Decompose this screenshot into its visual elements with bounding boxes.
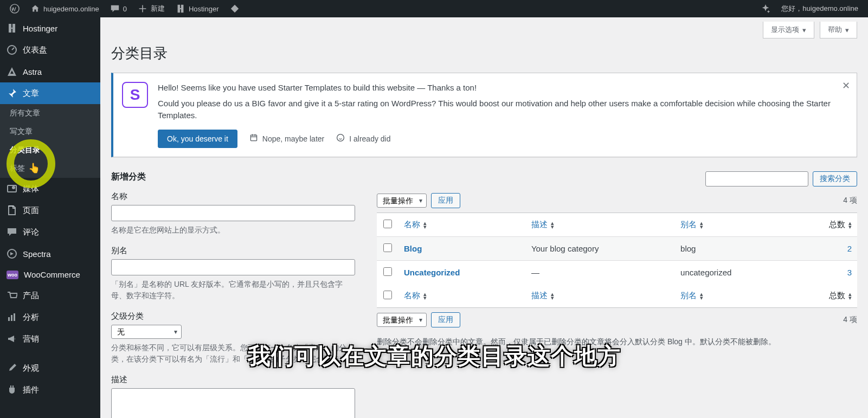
starter-templates-logo: S — [122, 82, 148, 108]
search-categories-button[interactable]: 搜索分类 — [813, 171, 857, 187]
sort-icon: ▴▾ — [848, 292, 852, 299]
apply-button-bottom[interactable]: 应用 — [431, 312, 460, 327]
desc-textarea[interactable] — [111, 388, 355, 419]
menu-appearance[interactable]: 外观 — [0, 357, 100, 379]
table-row: Blog Your blog category blog 2 — [377, 236, 857, 260]
notice-line2: Could you please do us a BIG favor and g… — [158, 98, 835, 122]
category-list-panel: 搜索分类 批量操作 应用 4 项 名称 ▴▾ 描述 ▴▾ — [377, 171, 857, 419]
menu-label: 评论 — [23, 227, 39, 237]
col-count-footer[interactable]: 总数 ▴▾ — [793, 284, 857, 308]
help-button[interactable]: 帮助 ▾ — [820, 22, 857, 38]
notice-dismiss-button[interactable]: ✕ — [842, 80, 850, 92]
parent-select[interactable]: 无 — [111, 325, 182, 339]
col-desc-header[interactable]: 描述 ▴▾ — [526, 213, 675, 236]
row-checkbox[interactable] — [383, 243, 392, 252]
menu-label: 文章 — [23, 88, 39, 99]
page-icon — [7, 205, 17, 216]
comments-link[interactable]: 0 — [105, 0, 132, 17]
submenu-new-post[interactable]: 写文章 — [0, 123, 100, 141]
menu-spectra[interactable]: Spectra — [0, 243, 100, 265]
col-name-header[interactable]: 名称 ▴▾ — [398, 213, 526, 236]
wp-logo[interactable] — [4, 0, 25, 17]
desc-label: 描述 — [111, 375, 355, 385]
admin-sidebar: Hostinger 仪表盘 Astra 文章 所有文章 写文章 分类目录 标签 … — [0, 17, 100, 418]
menu-label: 营销 — [23, 334, 39, 344]
category-name-link[interactable]: Blog — [404, 244, 422, 253]
menu-comments[interactable]: 评论 — [0, 221, 100, 243]
menu-media[interactable]: 媒体 — [0, 178, 100, 200]
menu-dashboard[interactable]: 仪表盘 — [0, 39, 100, 61]
posts-submenu: 所有文章 写文章 分类目录 标签 — [0, 104, 100, 178]
col-count-header[interactable]: 总数 ▴▾ — [793, 213, 857, 236]
notice-later-link[interactable]: Nope, maybe later — [249, 133, 324, 144]
col-name-footer[interactable]: 名称 ▴▾ — [398, 284, 526, 308]
name-input[interactable] — [111, 205, 355, 221]
menu-label: 仪表盘 — [23, 45, 47, 55]
menu-label: 产品 — [23, 291, 39, 301]
menu-label: WooCommerce — [24, 270, 80, 279]
hostinger-bar-link[interactable]: Hostinger — [170, 0, 224, 17]
woo-icon: woo — [7, 271, 18, 279]
submenu-all-posts[interactable]: 所有文章 — [0, 104, 100, 123]
plugin-icon — [7, 384, 17, 395]
menu-woocommerce[interactable]: wooWooCommerce — [0, 265, 100, 285]
menu-label: 分析 — [23, 312, 39, 323]
menu-marketing[interactable]: 营销 — [0, 328, 100, 350]
new-content-link[interactable]: 新建 — [132, 0, 170, 17]
calendar-icon — [249, 133, 258, 144]
bulk-action-select-top[interactable]: 批量操作 — [377, 194, 427, 208]
category-count-link[interactable]: 2 — [847, 244, 852, 253]
sort-icon: ▴▾ — [848, 221, 852, 228]
menu-label: Astra — [23, 67, 42, 76]
rating-notice: S Hello! Seems like you have used Starte… — [111, 73, 857, 157]
screen-options-label: 显示选项 — [771, 25, 799, 35]
diamond-link[interactable] — [224, 0, 245, 17]
notice-already-link[interactable]: I already did — [336, 133, 390, 144]
new-label: 新建 — [151, 4, 165, 14]
category-name-link[interactable]: Uncategorized — [404, 268, 460, 277]
menu-posts[interactable]: 文章 — [0, 82, 100, 104]
menu-hostinger[interactable]: Hostinger — [0, 17, 100, 39]
slug-input[interactable] — [111, 259, 355, 275]
submenu-categories[interactable]: 分类目录 — [0, 141, 100, 159]
chevron-down-icon: ▾ — [845, 26, 849, 34]
select-all-top[interactable] — [383, 220, 392, 228]
svg-rect-5 — [8, 317, 10, 321]
my-account[interactable]: 您好，huigedemo.online — [776, 0, 864, 17]
row-checkbox[interactable] — [383, 267, 392, 276]
comments-count: 0 — [123, 5, 127, 13]
search-categories-input[interactable] — [705, 171, 808, 187]
sort-icon: ▴▾ — [423, 221, 427, 228]
apply-button-top[interactable]: 应用 — [431, 193, 460, 208]
notice-cta-button[interactable]: Ok, you deserve it — [158, 130, 237, 148]
dashboard-icon — [7, 44, 17, 55]
col-desc-footer[interactable]: 描述 ▴▾ — [526, 284, 675, 308]
categories-table: 名称 ▴▾ 描述 ▴▾ 别名 ▴▾ 总数 ▴▾ Blog Your blog c… — [377, 213, 857, 308]
close-icon: ✕ — [842, 80, 850, 91]
notice-later-text: Nope, maybe later — [262, 134, 324, 143]
col-slug-header[interactable]: 别名 ▴▾ — [675, 213, 793, 236]
name-help: 名称是它在您网站上的显示方式。 — [111, 224, 355, 236]
menu-products[interactable]: 产品 — [0, 285, 100, 306]
category-count-link[interactable]: 3 — [847, 268, 852, 277]
table-row: Uncategorized — uncategorized 3 — [377, 260, 857, 284]
screen-options-button[interactable]: 显示选项 ▾ — [763, 22, 814, 38]
sort-icon: ▴▾ — [551, 292, 554, 299]
slug-label: 别名 — [111, 246, 355, 256]
name-label: 名称 — [111, 191, 355, 202]
sort-icon: ▴▾ — [700, 221, 703, 228]
menu-analytics[interactable]: 分析 — [0, 306, 100, 328]
menu-astra[interactable]: Astra — [0, 61, 100, 82]
site-name-link[interactable]: huigedemo.online — [25, 0, 105, 17]
sort-icon: ▴▾ — [551, 221, 554, 228]
col-slug-footer[interactable]: 别名 ▴▾ — [675, 284, 793, 308]
bulk-action-select-bottom[interactable]: 批量操作 — [377, 313, 427, 327]
select-all-bottom[interactable] — [383, 291, 392, 299]
svg-rect-6 — [11, 315, 12, 321]
menu-pages[interactable]: 页面 — [0, 200, 100, 221]
menu-plugins[interactable]: 插件 — [0, 379, 100, 401]
submenu-tags[interactable]: 标签 — [0, 159, 100, 178]
hostinger-icon — [176, 4, 185, 14]
wordpress-icon — [10, 4, 20, 14]
ai-link[interactable] — [755, 0, 776, 17]
